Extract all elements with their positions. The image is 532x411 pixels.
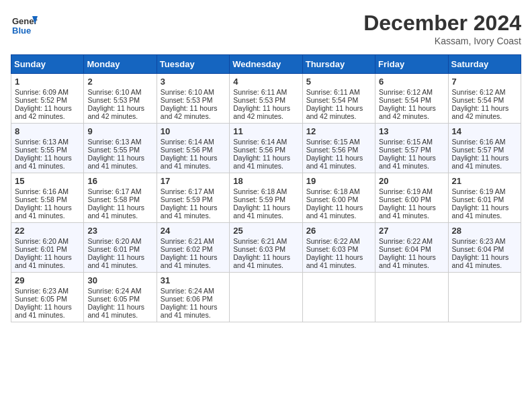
day-detail: Sunset: 5:52 PM: [15, 96, 80, 104]
day-detail: Daylight: 11 hours: [452, 253, 517, 261]
weekday-tuesday: Tuesday: [157, 55, 229, 74]
day-number: 17: [161, 176, 226, 186]
calendar-cell: 17Sunrise: 6:17 AMSunset: 5:59 PMDayligh…: [157, 173, 229, 223]
day-detail: Sunset: 6:05 PM: [15, 295, 80, 303]
calendar-cell: 13Sunrise: 6:15 AMSunset: 5:57 PMDayligh…: [375, 124, 448, 173]
day-detail: and 42 minutes.: [379, 112, 444, 120]
day-detail: and 41 minutes.: [233, 212, 298, 220]
day-detail: Sunset: 5:54 PM: [452, 96, 517, 104]
day-detail: and 41 minutes.: [306, 162, 371, 170]
day-number: 29: [15, 275, 80, 285]
calendar-cell: 21Sunrise: 6:19 AMSunset: 6:01 PMDayligh…: [448, 173, 521, 223]
calendar-cell: 9Sunrise: 6:13 AMSunset: 5:55 PMDaylight…: [84, 124, 157, 173]
day-detail: Sunrise: 6:17 AM: [87, 187, 152, 195]
day-detail: Sunset: 5:53 PM: [161, 96, 226, 104]
day-detail: and 41 minutes.: [15, 311, 80, 319]
calendar-cell: 25Sunrise: 6:21 AMSunset: 6:03 PMDayligh…: [230, 223, 302, 273]
calendar-cell: 15Sunrise: 6:16 AMSunset: 5:58 PMDayligh…: [11, 173, 84, 223]
day-detail: and 42 minutes.: [233, 112, 298, 120]
day-detail: Daylight: 11 hours: [306, 104, 371, 112]
calendar-cell: 16Sunrise: 6:17 AMSunset: 5:58 PMDayligh…: [84, 173, 157, 223]
calendar-week-3: 15Sunrise: 6:16 AMSunset: 5:58 PMDayligh…: [11, 173, 521, 223]
day-detail: Sunrise: 6:23 AM: [15, 287, 80, 295]
day-detail: Sunset: 5:54 PM: [306, 96, 371, 104]
day-number: 9: [87, 126, 152, 136]
day-detail: Sunset: 6:00 PM: [306, 195, 371, 203]
day-detail: Daylight: 11 hours: [233, 154, 298, 162]
logo: General Blue: [11, 11, 42, 38]
weekday-friday: Friday: [375, 55, 448, 74]
day-detail: Sunrise: 6:21 AM: [233, 237, 298, 245]
day-detail: Sunset: 5:56 PM: [306, 146, 371, 154]
day-number: 2: [87, 77, 152, 87]
day-detail: Daylight: 11 hours: [87, 154, 152, 162]
day-number: 16: [87, 176, 152, 186]
day-number: 30: [87, 275, 152, 285]
calendar-cell: 20Sunrise: 6:19 AMSunset: 6:00 PMDayligh…: [375, 173, 448, 223]
day-detail: Sunset: 5:53 PM: [87, 96, 152, 104]
day-detail: Sunrise: 6:22 AM: [306, 237, 371, 245]
day-detail: Sunset: 5:55 PM: [15, 146, 80, 154]
calendar-week-4: 22Sunrise: 6:20 AMSunset: 6:01 PMDayligh…: [11, 223, 521, 273]
day-detail: Sunrise: 6:17 AM: [161, 187, 226, 195]
day-detail: Sunset: 5:58 PM: [87, 195, 152, 203]
day-detail: Sunrise: 6:21 AM: [161, 237, 226, 245]
location: Kassam, Ivory Coast: [363, 36, 521, 46]
calendar-table: SundayMondayTuesdayWednesdayThursdayFrid…: [11, 54, 521, 322]
calendar-cell: 5Sunrise: 6:11 AMSunset: 5:54 PMDaylight…: [302, 74, 375, 124]
day-detail: Daylight: 11 hours: [452, 104, 517, 112]
day-detail: Daylight: 11 hours: [452, 203, 517, 212]
day-detail: Daylight: 11 hours: [306, 154, 371, 162]
day-number: 22: [15, 226, 80, 236]
day-detail: Sunset: 6:03 PM: [233, 245, 298, 253]
day-number: 13: [379, 126, 444, 136]
day-number: 11: [233, 126, 298, 136]
day-detail: and 41 minutes.: [379, 261, 444, 269]
day-detail: Daylight: 11 hours: [87, 104, 152, 112]
day-number: 15: [15, 176, 80, 186]
day-detail: Sunrise: 6:23 AM: [452, 237, 517, 245]
day-detail: and 41 minutes.: [87, 261, 152, 269]
day-detail: Sunrise: 6:15 AM: [306, 138, 371, 146]
calendar-body: 1Sunrise: 6:09 AMSunset: 5:52 PMDaylight…: [11, 74, 521, 322]
calendar-cell: 2Sunrise: 6:10 AMSunset: 5:53 PMDaylight…: [84, 74, 157, 124]
day-number: 27: [379, 226, 444, 236]
day-detail: Sunset: 6:02 PM: [161, 245, 226, 253]
calendar-cell: 11Sunrise: 6:14 AMSunset: 5:56 PMDayligh…: [230, 124, 302, 173]
day-detail: Sunset: 6:04 PM: [452, 245, 517, 253]
day-number: 14: [452, 126, 517, 136]
day-detail: and 42 minutes.: [87, 112, 152, 120]
calendar-cell: 23Sunrise: 6:20 AMSunset: 6:01 PMDayligh…: [84, 223, 157, 273]
day-detail: Daylight: 11 hours: [306, 253, 371, 261]
day-detail: Daylight: 11 hours: [161, 253, 226, 261]
weekday-thursday: Thursday: [302, 55, 375, 74]
day-detail: Sunset: 5:54 PM: [379, 96, 444, 104]
day-number: 26: [306, 226, 371, 236]
day-detail: Sunset: 5:59 PM: [161, 195, 226, 203]
day-detail: Daylight: 11 hours: [161, 154, 226, 162]
day-detail: Daylight: 11 hours: [87, 253, 152, 261]
calendar-cell: 24Sunrise: 6:21 AMSunset: 6:02 PMDayligh…: [157, 223, 229, 273]
calendar-cell: 10Sunrise: 6:14 AMSunset: 5:56 PMDayligh…: [157, 124, 229, 173]
day-number: 3: [161, 77, 226, 87]
day-detail: Sunset: 5:55 PM: [87, 146, 152, 154]
day-number: 31: [161, 275, 226, 285]
day-detail: and 42 minutes.: [306, 112, 371, 120]
calendar-cell: 7Sunrise: 6:12 AMSunset: 5:54 PMDaylight…: [448, 74, 521, 124]
day-detail: Sunset: 6:06 PM: [161, 295, 226, 303]
day-number: 23: [87, 226, 152, 236]
calendar-cell: [375, 273, 448, 322]
day-detail: Sunrise: 6:20 AM: [15, 237, 80, 245]
day-detail: Sunset: 5:58 PM: [15, 195, 80, 203]
day-number: 12: [306, 126, 371, 136]
day-number: 4: [233, 77, 298, 87]
calendar-week-1: 1Sunrise: 6:09 AMSunset: 5:52 PMDaylight…: [11, 74, 521, 124]
day-detail: Daylight: 11 hours: [161, 203, 226, 212]
day-detail: Sunset: 5:57 PM: [452, 146, 517, 154]
day-detail: and 41 minutes.: [452, 212, 517, 220]
day-detail: Sunrise: 6:13 AM: [15, 138, 80, 146]
day-detail: Sunset: 5:56 PM: [233, 146, 298, 154]
day-detail: Sunrise: 6:09 AM: [15, 88, 80, 96]
day-number: 1: [15, 77, 80, 87]
day-number: 20: [379, 176, 444, 186]
